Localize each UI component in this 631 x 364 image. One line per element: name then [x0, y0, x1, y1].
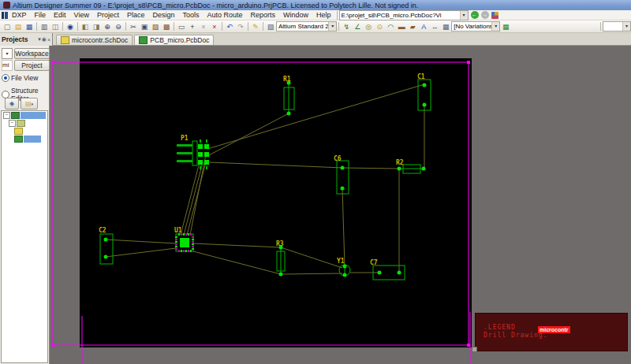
menu-tools[interactable]: Tools [178, 11, 203, 19]
place-via-icon[interactable]: ⊙ [374, 21, 385, 32]
open-project-button[interactable]: ▤▾ [21, 98, 38, 110]
chevron-down-icon[interactable]: ▾ [460, 11, 468, 20]
menu-dxp[interactable]: DXP [8, 11, 31, 19]
paste-array-icon[interactable]: ▩ [161, 21, 172, 32]
fit-document-icon[interactable]: ◧ [80, 21, 91, 32]
deselect-all-icon[interactable]: × [198, 21, 209, 32]
place-array-icon[interactable]: ▦ [440, 21, 451, 32]
folder-icon: ▤ [25, 100, 32, 107]
place-fill-icon[interactable]: ▬ [396, 21, 407, 32]
menu-view[interactable]: View [70, 11, 93, 19]
place-track-icon[interactable]: ∠ [352, 21, 363, 32]
menu-design[interactable]: Design [148, 11, 178, 19]
panel-menu-icon[interactable]: ▾ [38, 36, 41, 43]
component-label-P1: P1 [181, 135, 189, 142]
move-selection-icon[interactable]: + [187, 21, 198, 32]
interactive-routing-icon[interactable]: ↯ [341, 21, 352, 32]
menu-window[interactable]: Window [279, 11, 312, 19]
variant-chip-icon[interactable]: ▦ [500, 21, 511, 32]
drill-drawing-window[interactable]: .LEGEND Drill Drawing. microcontr [475, 313, 628, 351]
clear-filter-icon[interactable]: × [209, 21, 220, 32]
zoom-in-icon[interactable]: ⊕ [102, 21, 113, 32]
tree-item-source-folder[interactable]: − [2, 119, 47, 127]
window-title: Altium Designer Summer 09 - E:\projet_s8… [13, 2, 418, 9]
place-dimension-icon[interactable]: ↔ [429, 21, 440, 32]
menu-file[interactable]: File [31, 11, 50, 19]
plugins-icon[interactable] [491, 12, 498, 19]
toolbar-separator [263, 22, 263, 31]
tree-item-schematic-doc[interactable] [2, 127, 47, 135]
tree-item-project[interactable]: − [2, 111, 47, 119]
back-navigation-icon[interactable]: ← [471, 11, 479, 19]
toolbar-separator [600, 22, 601, 31]
menu-separator [337, 11, 338, 20]
drill-legend-text: .LEGEND [484, 324, 516, 331]
paste-icon[interactable]: ▨ [150, 21, 161, 32]
project-combo[interactable]: mi [2, 60, 13, 71]
workspace-combo[interactable]: ▾ [2, 48, 13, 59]
menu-help[interactable]: Help [312, 11, 335, 19]
main-toolbar: ▢▤▦▥◫◉◧◨⊕⊖✂▣▨▩▭+××↶↷✎▧Altium Standard 2D… [0, 20, 631, 33]
place-string-icon[interactable]: A [418, 21, 429, 32]
toolbar-separator [62, 22, 63, 31]
place-pad-icon[interactable]: ◎ [363, 21, 374, 32]
cut-icon[interactable]: ✂ [128, 21, 139, 32]
chevron-down-icon[interactable]: ▾ [622, 22, 630, 31]
select-area-icon[interactable]: ▭ [176, 21, 187, 32]
toolbar-separator [248, 22, 248, 31]
altium-designer-window: { "window": { "title": "Altium Designer … [0, 0, 631, 364]
sort-documents-button[interactable]: ◈ [5, 98, 19, 110]
layer-view-icon[interactable]: ◉ [65, 21, 76, 32]
menu-bar: DXPFileEditViewProjectPlaceDesignToolsAu… [0, 10, 631, 20]
project-icon [11, 112, 20, 119]
collapse-icon[interactable]: − [9, 120, 16, 127]
menu-auto-route[interactable]: Auto Route [203, 11, 246, 19]
new-document-icon[interactable]: ▢ [2, 21, 13, 32]
project-button[interactable]: Project [14, 60, 50, 71]
undo-icon[interactable]: ↶ [224, 21, 235, 32]
document-path-combo[interactable]: E:\projet_s8\PCB_micro.PcbDoc?Vi ▾ [339, 10, 469, 20]
document-tab-strip: microcontr.SchDocPCB_micro.PcbDoc [53, 33, 631, 46]
resize-grip[interactable] [472, 347, 477, 352]
view-mode-combo-text: Altium Standard 2D [278, 23, 328, 30]
pin-icon[interactable]: ◉ [42, 36, 47, 43]
view-mode-combo[interactable]: Altium Standard 2D▾ [276, 21, 337, 32]
place-polygon-icon[interactable]: ▰ [407, 21, 418, 32]
open-document-icon[interactable]: ▤ [13, 21, 24, 32]
component-label-C6: C6 [334, 155, 342, 162]
variations-combo[interactable]: [No Variations]▾ [451, 21, 500, 32]
chevron-down-icon[interactable]: ▾ [491, 22, 499, 31]
save-document-icon[interactable]: ▦ [24, 21, 35, 32]
redo-icon[interactable]: ↷ [235, 21, 246, 32]
tab-microcontr-schdoc[interactable]: microcontr.SchDoc [56, 35, 133, 45]
app-icon [3, 2, 10, 9]
tab-pcb_micro-pcbdoc[interactable]: PCB_micro.PcbDoc [134, 35, 214, 45]
toolbar-separator [222, 22, 222, 31]
cross-probe-icon[interactable]: ✎ [250, 21, 261, 32]
browse-components-icon[interactable]: ▧ [265, 21, 276, 32]
forward-navigation-icon[interactable]: → [481, 11, 489, 19]
collapse-icon[interactable]: − [3, 112, 10, 119]
menu-place[interactable]: Place [123, 11, 149, 19]
quick-filter-combo[interactable]: ▾ [603, 21, 631, 32]
menu-reports[interactable]: Reports [247, 11, 280, 19]
workspace-button[interactable]: Workspace [14, 48, 50, 59]
tree-item-pcb-doc[interactable] [2, 135, 47, 143]
chevron-down-icon[interactable]: ▾ [328, 22, 336, 31]
component-label-U1: U1 [174, 227, 182, 234]
toolbar-separator [338, 22, 339, 31]
menu-project[interactable]: Project [93, 11, 123, 19]
place-arc-icon[interactable]: ◠ [385, 21, 396, 32]
file-view-radio[interactable] [2, 74, 9, 82]
menu-edit[interactable]: Edit [50, 11, 70, 19]
zoom-out-icon[interactable]: ⊖ [113, 21, 124, 32]
fit-board-icon[interactable]: ◨ [91, 21, 102, 32]
board-area[interactable] [80, 58, 472, 347]
main-area: ▾ Workspace mi Project File View Structu… [0, 46, 631, 364]
copy-icon[interactable]: ▣ [139, 21, 150, 32]
print-icon[interactable]: ▥ [39, 21, 50, 32]
pcb-editor-canvas[interactable]: R1C1P1C6R2C2U1R3Y1C7 .LEGEND Drill Drawi… [50, 46, 631, 364]
close-icon[interactable]: × [47, 37, 50, 43]
component-label-Y1: Y1 [337, 258, 345, 265]
print-preview-icon[interactable]: ◫ [50, 21, 61, 32]
